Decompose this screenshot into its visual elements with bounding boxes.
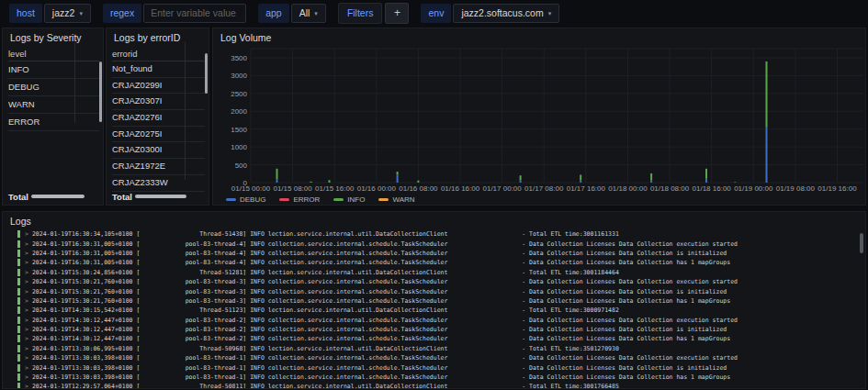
- expand-chevron-icon[interactable]: >: [25, 345, 28, 352]
- expand-chevron-icon[interactable]: >: [25, 250, 28, 257]
- bar-info: [580, 175, 581, 181]
- x-axis-tick-label: 01/15 00:00: [231, 184, 271, 193]
- log-row[interactable]: >2024-01-19T16:30:31,005+0100 [pool-83-t…: [17, 249, 858, 258]
- table-row: CRJAZ0300I: [112, 142, 205, 159]
- panel-title[interactable]: Logs by errorID: [107, 28, 209, 47]
- legend-label: INFO: [347, 195, 365, 204]
- table-row: CRJAZ0275I: [112, 127, 205, 143]
- panel-logs: Logs >2024-01-19T16:30:34,105+0100 [Thre…: [2, 211, 866, 389]
- vertical-scrollbar[interactable]: [860, 233, 863, 253]
- table-column-divider: [185, 42, 186, 180]
- horizontal-scrollbar[interactable]: [135, 195, 186, 198]
- log-row[interactable]: >2024-01-19T14:30:15,542+0100 [Thread-51…: [17, 306, 858, 315]
- log-row[interactable]: >2024-01-19T14:30:12,447+0100 [pool-83-t…: [17, 325, 858, 334]
- app-variable-select[interactable]: All▾: [291, 4, 326, 23]
- log-line-text: 2024-01-19T15:30:21,760+0100 [pool-83-th…: [32, 278, 738, 285]
- log-line-text: 2024-01-19T13:30:03,398+0100 [pool-83-th…: [32, 373, 730, 381]
- expand-chevron-icon[interactable]: >: [25, 383, 28, 388]
- log-level-indicator-icon: [17, 373, 20, 381]
- table-column-divider: [74, 42, 75, 123]
- legend-color-icon: [279, 198, 289, 201]
- regex-variable-input[interactable]: [143, 4, 246, 23]
- legend-item-info[interactable]: INFO: [333, 195, 365, 204]
- table-row: INFO: [8, 61, 99, 79]
- add-filter-button[interactable]: +: [385, 3, 409, 24]
- expand-chevron-icon[interactable]: >: [25, 259, 28, 266]
- log-line-text: 2024-01-19T16:30:31,005+0100 [pool-83-th…: [32, 250, 727, 257]
- variables-toolbar: host jazz2▾ regex app All▾ Filters + env…: [0, 0, 868, 26]
- log-row[interactable]: >2024-01-19T15:30:21,760+0100 [pool-83-t…: [17, 296, 858, 306]
- log-row[interactable]: >2024-01-19T16:30:31,005+0100 [pool-83-t…: [17, 258, 858, 267]
- expand-chevron-icon[interactable]: >: [25, 317, 28, 324]
- log-row[interactable]: >2024-01-19T16:30:34,105+0100 [Thread-51…: [17, 229, 858, 239]
- log-line-text: 2024-01-19T12:29:57,064+0100 [Thread-508…: [32, 383, 619, 388]
- log-line-text: 2024-01-19T14:30:15,542+0100 [Thread-511…: [32, 306, 619, 314]
- panel-logs-by-errorid: Logs by errorID errorid Not_foundCRJAZ02…: [106, 28, 209, 206]
- bar-info: [766, 61, 768, 128]
- panel-title[interactable]: Logs by Severity: [3, 28, 103, 47]
- x-axis-tick-label: 01/16 16:00: [441, 184, 480, 193]
- x-axis-tick-label: 01/17 00:00: [483, 184, 523, 193]
- expand-chevron-icon[interactable]: >: [25, 306, 28, 314]
- expand-chevron-icon[interactable]: >: [25, 297, 28, 305]
- vertical-scrollbar[interactable]: [99, 61, 102, 122]
- chevron-down-icon: ▾: [548, 10, 552, 17]
- table-row: WARN: [8, 96, 99, 114]
- host-variable-select[interactable]: jazz2▾: [44, 4, 91, 23]
- log-row[interactable]: >2024-01-19T14:30:12,447+0100 [pool-83-t…: [17, 316, 858, 325]
- legend-item-debug[interactable]: DEBUG: [226, 195, 265, 204]
- bar-info: [734, 182, 736, 183]
- expand-chevron-icon[interactable]: >: [25, 278, 28, 285]
- expand-chevron-icon[interactable]: >: [25, 354, 28, 362]
- legend-item-error[interactable]: ERROR: [279, 195, 320, 204]
- log-row[interactable]: >2024-01-19T16:30:31,005+0100 [pool-83-t…: [17, 239, 858, 248]
- env-variable-select[interactable]: jazz2.softacus.com▾: [453, 4, 559, 23]
- bar-info: [520, 175, 522, 180]
- log-row[interactable]: >2024-01-19T15:30:24,856+0100 [Thread-51…: [17, 268, 858, 277]
- horizontal-scrollbar[interactable]: [31, 195, 85, 198]
- panel-title[interactable]: Logs: [3, 212, 865, 230]
- log-level-indicator-icon: [17, 250, 20, 257]
- log-volume-chart[interactable]: 050010001500200025003000350001/15 00:000…: [213, 47, 865, 195]
- variable-app: app All▾: [258, 4, 326, 23]
- expand-chevron-icon[interactable]: >: [25, 288, 28, 295]
- log-row[interactable]: >2024-01-19T13:30:03,398+0100 [pool-83-t…: [17, 362, 858, 372]
- table-row: Not_found: [112, 61, 205, 78]
- panel-title[interactable]: Log Volume: [213, 28, 865, 47]
- severity-table-rows: INFODEBUGWARNERROR: [8, 61, 99, 131]
- table-column-header[interactable]: level: [8, 47, 99, 61]
- table-row: ERROR: [8, 114, 99, 131]
- log-row[interactable]: >2024-01-19T13:30:06,995+0100 [Thread-50…: [17, 344, 858, 353]
- log-row[interactable]: >2024-01-19T13:30:03,398+0100 [pool-83-t…: [17, 373, 858, 382]
- bar-info: [329, 180, 331, 183]
- log-level-indicator-icon: [17, 354, 20, 362]
- log-line-text: 2024-01-19T15:30:21,760+0100 [pool-83-th…: [32, 288, 727, 295]
- filters-button[interactable]: Filters: [338, 3, 383, 24]
- log-line-text: 2024-01-19T13:30:03,398+0100 [pool-83-th…: [32, 354, 738, 362]
- legend-item-warn[interactable]: WARN: [378, 195, 414, 204]
- y-axis-tick-label: 3500: [231, 54, 247, 62]
- log-level-indicator-icon: [17, 317, 20, 324]
- log-line-text: 2024-01-19T13:30:03,398+0100 [pool-83-th…: [32, 364, 727, 372]
- expand-chevron-icon[interactable]: >: [25, 373, 28, 381]
- app-variable-label: app: [258, 4, 289, 23]
- expand-chevron-icon[interactable]: >: [25, 335, 28, 342]
- log-row[interactable]: >2024-01-19T15:30:21,760+0100 [pool-83-t…: [17, 277, 858, 286]
- x-axis-tick-label: 01/16 00:00: [357, 184, 397, 193]
- total-label: Total: [8, 192, 28, 202]
- table-column-header[interactable]: errorid: [112, 47, 205, 61]
- vertical-scrollbar[interactable]: [205, 53, 208, 94]
- log-row[interactable]: >2024-01-19T15:30:21,760+0100 [pool-83-t…: [17, 286, 858, 295]
- log-row[interactable]: >2024-01-19T12:29:57,064+0100 [Thread-50…: [17, 382, 858, 388]
- log-level-indicator-icon: [17, 345, 20, 352]
- log-row[interactable]: >2024-01-19T14:30:12,447+0100 [pool-83-t…: [17, 334, 858, 343]
- legend-label: DEBUG: [240, 195, 265, 204]
- expand-chevron-icon[interactable]: >: [25, 230, 28, 238]
- panel-log-volume: Log Volume 05001000150020002500300035000…: [212, 28, 866, 206]
- log-row[interactable]: >2024-01-19T13:30:03,398+0100 [pool-83-t…: [17, 353, 858, 362]
- expand-chevron-icon[interactable]: >: [25, 240, 28, 248]
- expand-chevron-icon[interactable]: >: [25, 269, 28, 276]
- x-axis-tick-label: 01/18 08:00: [650, 184, 690, 193]
- expand-chevron-icon[interactable]: >: [25, 364, 28, 372]
- expand-chevron-icon[interactable]: >: [25, 326, 28, 333]
